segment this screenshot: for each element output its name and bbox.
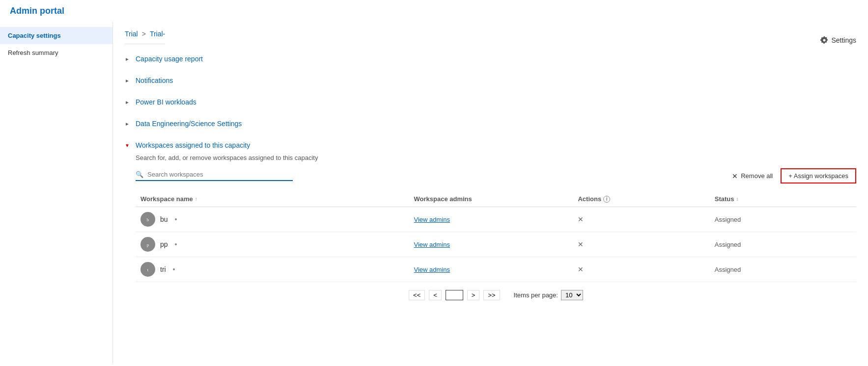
page-number-input[interactable]: 1 xyxy=(446,290,463,300)
settings-label: Settings xyxy=(831,36,856,44)
section-header-power-bi[interactable]: ► Power BI workloads xyxy=(125,93,856,111)
actions-cell: ✕ xyxy=(578,265,714,273)
settings-button[interactable]: Settings xyxy=(820,36,856,44)
workspaces-table: Workspace name ↑ Workspace admins Action… xyxy=(136,191,856,300)
workspace-admins-cell: View admins xyxy=(414,240,578,248)
table-row: t tri View admins ✕ xyxy=(136,257,856,282)
sections-list: ► Capacity usage report ► Notifications … xyxy=(125,50,856,300)
pagination: << < 1 > >> Items per page: 10 25 50 xyxy=(136,290,856,300)
search-input[interactable] xyxy=(147,171,293,178)
workspace-name-cell: p pp xyxy=(140,237,414,252)
search-input-wrap: 🔍 xyxy=(136,171,293,181)
workspace-dot xyxy=(173,268,175,270)
chevron-icon: ► xyxy=(125,56,132,62)
status-cell: Assigned xyxy=(715,240,851,248)
chevron-icon: ► xyxy=(125,121,132,127)
actions-cell: ✕ xyxy=(578,240,714,248)
items-per-page-select[interactable]: 10 25 50 xyxy=(561,290,583,300)
breadcrumb: Trial > Trial- xyxy=(125,30,165,44)
first-page-button[interactable]: << xyxy=(409,290,425,300)
status-cell: Assigned xyxy=(715,215,851,223)
chevron-icon: ► xyxy=(125,78,132,83)
breadcrumb-separator: > xyxy=(142,30,146,38)
section-workspaces: ▼ Workspaces assigned to this capacity S… xyxy=(125,136,856,300)
search-icon: 🔍 xyxy=(136,171,143,178)
avatar: p xyxy=(140,237,155,252)
section-notifications: ► Notifications xyxy=(125,72,856,89)
table-row: p pp View admins ✕ xyxy=(136,232,856,257)
gear-icon xyxy=(820,36,828,44)
sort-icon[interactable]: ↕ xyxy=(736,196,738,202)
chevron-down-icon: ▼ xyxy=(125,143,132,148)
remove-all-button[interactable]: ✕ Remove all xyxy=(732,172,773,180)
svg-text:p: p xyxy=(147,242,149,247)
prev-page-button[interactable]: < xyxy=(429,290,442,300)
col-header-actions: Actions i xyxy=(578,195,714,203)
workspaces-expanded-content: Search for, add, or remove workspaces as… xyxy=(125,154,856,300)
col-header-status: Status ↕ xyxy=(715,195,851,203)
close-icon: ✕ xyxy=(732,172,738,180)
table-header: Workspace name ↑ Workspace admins Action… xyxy=(136,191,856,207)
app-title: Admin portal xyxy=(10,6,64,16)
workspaces-description: Search for, add, or remove workspaces as… xyxy=(136,154,856,161)
breadcrumb-part1[interactable]: Trial xyxy=(125,30,138,38)
info-icon[interactable]: i xyxy=(603,196,610,203)
remove-icon[interactable]: ✕ xyxy=(578,240,584,248)
action-buttons: ✕ Remove all + Assign workspaces xyxy=(732,168,856,183)
items-per-page: Items per page: 10 25 50 xyxy=(514,290,583,300)
next-page-button[interactable]: > xyxy=(467,290,480,300)
section-data-engineering: ► Data Engineering/Science Settings xyxy=(125,115,856,132)
workspace-name-cell: t tri xyxy=(140,262,414,277)
col-header-workspace-name: Workspace name ↑ xyxy=(140,195,414,203)
sidebar-item-capacity-settings[interactable]: Capacity settings xyxy=(0,27,112,44)
main-content: Trial > Trial- Settings ► Capacity usage… xyxy=(113,22,868,364)
breadcrumb-part2[interactable]: Trial- xyxy=(150,30,165,38)
workspace-admins-cell: View admins xyxy=(414,265,578,273)
workspace-dot xyxy=(175,218,177,220)
section-capacity-usage: ► Capacity usage report xyxy=(125,50,856,68)
app-header: Admin portal xyxy=(0,0,868,22)
workspace-admins-cell: View admins xyxy=(414,215,578,223)
workspace-dot xyxy=(175,243,177,245)
view-admins-link[interactable]: View admins xyxy=(414,216,450,223)
sidebar-item-refresh-summary[interactable]: Refresh summary xyxy=(0,44,112,61)
sort-icon[interactable]: ↑ xyxy=(195,196,197,202)
search-bar-row: 🔍 ✕ Remove all + Assign workspaces xyxy=(136,168,856,183)
actions-cell: ✕ xyxy=(578,215,714,223)
view-admins-link[interactable]: View admins xyxy=(414,241,450,248)
workspace-name-cell: b bu xyxy=(140,212,414,227)
remove-icon[interactable]: ✕ xyxy=(578,215,584,223)
assign-workspaces-button[interactable]: + Assign workspaces xyxy=(781,168,856,183)
last-page-button[interactable]: >> xyxy=(483,290,500,300)
status-cell: Assigned xyxy=(715,265,851,273)
remove-icon[interactable]: ✕ xyxy=(578,265,584,273)
view-admins-link[interactable]: View admins xyxy=(414,266,450,273)
svg-text:b: b xyxy=(147,217,149,222)
avatar: t xyxy=(140,262,155,277)
section-power-bi-workloads: ► Power BI workloads xyxy=(125,93,856,111)
chevron-icon: ► xyxy=(125,100,132,105)
col-header-workspace-admins: Workspace admins xyxy=(414,195,578,203)
table-row: b bu View admins ✕ xyxy=(136,207,856,232)
section-header-notifications[interactable]: ► Notifications xyxy=(125,72,856,89)
section-header-workspaces[interactable]: ▼ Workspaces assigned to this capacity xyxy=(125,136,856,154)
section-header-data-engineering[interactable]: ► Data Engineering/Science Settings xyxy=(125,115,856,132)
sidebar: Capacity settings Refresh summary xyxy=(0,22,113,364)
section-header-capacity-usage[interactable]: ► Capacity usage report xyxy=(125,50,856,68)
avatar: b xyxy=(140,212,155,227)
